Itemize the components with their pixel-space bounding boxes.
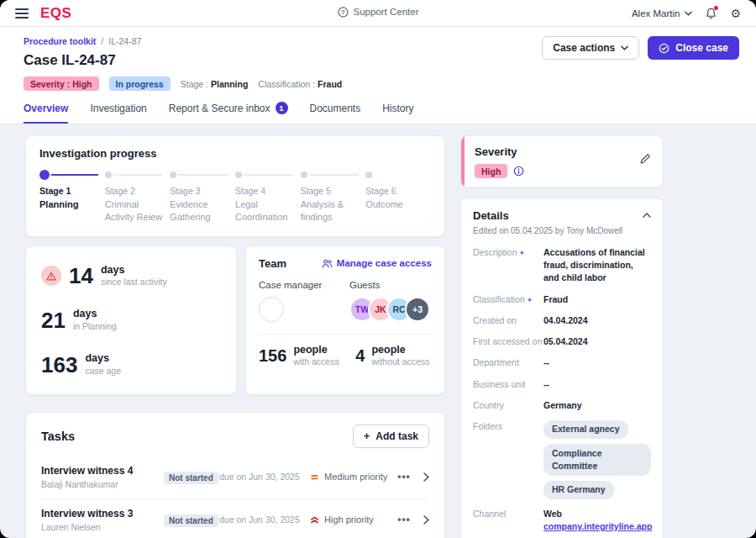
high-priority-icon <box>310 515 319 525</box>
task-priority: Medium priority <box>310 472 392 482</box>
case-manager-avatar[interactable] <box>259 297 284 322</box>
tab-overview[interactable]: Overview <box>24 102 68 124</box>
tab-history[interactable]: History <box>382 102 413 124</box>
stat-days-in-planning: 21 daysin Planning <box>41 309 221 331</box>
plus-icon: + <box>364 430 370 441</box>
details-title: Details <box>473 209 509 222</box>
stage-dot <box>301 171 307 178</box>
details-edited-meta: Edited on 05.04.2025 by Tony McDowell <box>473 226 651 235</box>
task-status-badge: Not started <box>164 514 218 527</box>
inbox-count-badge: 1 <box>276 102 288 114</box>
breadcrumb-separator: / <box>101 36 103 46</box>
stage-step-2: Stage 2 Criminal Activity Reiew <box>105 170 171 224</box>
task-open-chevron[interactable] <box>416 515 429 525</box>
task-priority: High priority <box>310 514 392 525</box>
severity-value-badge: High <box>475 164 507 178</box>
notifications-button[interactable] <box>706 8 717 19</box>
stage-dot <box>235 171 242 178</box>
team-title: Team <box>259 257 286 270</box>
tab-investigation[interactable]: Investigation <box>90 102 146 124</box>
stage-step-3: Stage 3 Evidence Gathering <box>170 170 235 224</box>
stage-step-6: Stage 6 Outcome <box>365 170 431 224</box>
settings-gear-icon[interactable]: ⚙ <box>730 8 741 19</box>
tab-report-secure-inbox[interactable]: Report & Secure inbox1 <box>169 102 288 124</box>
ai-sparkle-icon: ✦ <box>519 249 526 257</box>
app-window: EQS ? Support Center Alex Martin ⚙ Proce… <box>0 0 756 538</box>
breadcrumb-current: IL-24-87 <box>108 36 141 46</box>
stage-dot <box>170 171 176 178</box>
detail-row-first-accessed: First accessed on 05.04.2024 <box>473 335 651 348</box>
case-age-stats-card: 14 dayssince last activity 21 daysin Pla… <box>25 245 237 395</box>
stage-dot <box>365 171 372 178</box>
detail-row-business-unit: Business unit -- <box>473 378 651 391</box>
task-more-button[interactable]: ••• <box>392 514 416 525</box>
avatar-overflow[interactable]: +3 <box>405 297 430 322</box>
stat-people-with-access: 156 peoplewith access <box>259 345 355 367</box>
investigation-progress-card: Investigation progress Stage 1 Planning … <box>25 135 445 237</box>
channel-link[interactable]: company.integrityline.app <box>543 521 652 531</box>
detail-row-department: Department -- <box>473 356 651 369</box>
classification-meta: Classification :Fraud <box>258 79 342 89</box>
case-actions-button[interactable]: Case actions <box>542 36 639 60</box>
task-due-date: due on Jun 30, 2025 <box>219 472 310 482</box>
breadcrumb-procedure-toolkit[interactable]: Procedure toolkit <box>24 36 96 46</box>
ai-sparkle-icon: ✦ <box>527 296 533 304</box>
add-task-button[interactable]: + Add task <box>353 425 429 448</box>
stage-dot <box>39 170 50 180</box>
detail-row-created-on: Created on 04.04.2024 <box>473 314 651 327</box>
severity-card: Severity High <box>460 135 664 187</box>
collapse-chevron-icon[interactable] <box>643 213 651 218</box>
chevron-down-icon <box>685 11 692 16</box>
severity-title: Severity <box>475 145 651 158</box>
task-status-badge: Not started <box>164 472 218 484</box>
info-icon[interactable] <box>513 166 524 177</box>
details-card: Details Edited on 05.04.2025 by Tony McD… <box>460 198 664 538</box>
check-circle-icon <box>659 43 669 54</box>
folder-tag: External agnecy <box>543 420 628 439</box>
tab-bar: Overview Investigation Report & Secure i… <box>24 102 732 124</box>
svg-text:?: ? <box>341 8 345 16</box>
folder-tag: HR Germany <box>543 481 614 499</box>
stage-step-1: Stage 1 Planning <box>39 170 105 224</box>
chevron-down-icon <box>621 45 628 50</box>
tasks-title: Tasks <box>41 430 75 443</box>
user-name: Alex Martin <box>632 8 680 18</box>
manage-case-access-link[interactable]: Manage case access <box>322 258 432 268</box>
task-row[interactable]: Interview witness 3Lauren Nielsen Not st… <box>41 498 429 538</box>
guests-label: Guests <box>349 280 430 290</box>
stage-meta: Stage :Planning <box>181 79 249 89</box>
folder-tag: Compliance Committee <box>543 444 651 475</box>
edit-severity-pencil-icon[interactable] <box>639 153 651 165</box>
tasks-card: Tasks + Add task Interview witness 4Bala… <box>25 412 445 538</box>
progress-stepper: Stage 1 Planning Stage 2 Criminal Activi… <box>39 170 431 224</box>
stage-dot <box>105 171 112 178</box>
people-icon <box>322 259 333 268</box>
case-manager-label: Case manager <box>259 280 349 290</box>
support-center-link[interactable]: ? Support Center <box>338 7 419 18</box>
stat-case-age: 163 dayscase age <box>41 353 221 376</box>
stage-step-4: Stage 4 Legal Coordination <box>235 170 301 224</box>
stat-days-since-activity: 14 dayssince last activity <box>41 265 221 287</box>
close-case-button[interactable]: Close case <box>648 36 739 60</box>
guest-avatar-stack: TW JK RC +3 <box>349 297 430 322</box>
severity-badge: Severity : High <box>24 76 99 91</box>
medium-priority-icon <box>310 472 319 482</box>
tab-documents[interactable]: Documents <box>310 102 361 124</box>
detail-row-description: Description✦ Accusations of financial fr… <box>473 246 651 285</box>
user-menu[interactable]: Alex Martin <box>632 8 693 18</box>
top-bar: EQS ? Support Center Alex Martin ⚙ <box>0 0 756 27</box>
team-card: Team Manage case access Case manager Gue… <box>245 245 445 395</box>
stat-people-without-access: 4 peoplewithout access <box>355 345 429 367</box>
task-open-chevron[interactable] <box>416 472 429 482</box>
warning-icon <box>41 266 61 286</box>
detail-row-classification: Classification✦ Fraud <box>473 293 651 306</box>
task-row[interactable]: Interview witness 4Balaji Nanthakumar No… <box>41 456 429 498</box>
detail-row-folders: Folders External agnecy Compliance Commi… <box>473 420 651 499</box>
task-due-date: due on Jun 30, 2025 <box>219 514 310 525</box>
stage-step-5: Stage 5 Analysis & findings <box>301 170 366 224</box>
task-more-button[interactable]: ••• <box>392 471 416 483</box>
status-badge: In progress <box>109 76 171 91</box>
help-circle-icon: ? <box>338 7 349 18</box>
page-header: Procedure toolkit / IL-24-87 Case IL-24-… <box>0 27 756 124</box>
detail-row-channel: Channel Web company.integrityline.app <box>473 508 651 533</box>
